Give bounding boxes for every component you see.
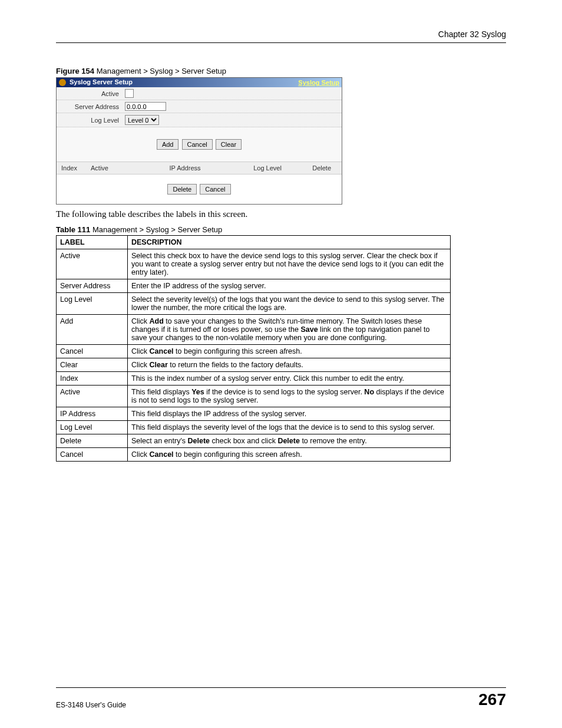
- row-description: Click Clear to return the fields to the …: [128, 358, 451, 372]
- row-description: Click Add to save your changes to the Sw…: [128, 315, 451, 345]
- figure-caption-text: Management > Syslog > Server Setup: [97, 67, 226, 75]
- row-description: Select this check box to have the device…: [128, 249, 451, 279]
- server-list-header: Index Active IP Address Log Level Delete: [57, 162, 342, 174]
- table-row: Log LevelThis field displays the severit…: [57, 421, 451, 434]
- row-label: Index: [57, 372, 128, 386]
- row-label: Clear: [57, 358, 128, 372]
- row-description: This is the index number of a syslog ser…: [128, 372, 451, 386]
- th-description: DESCRIPTION: [128, 236, 451, 249]
- orb-icon: [59, 79, 66, 86]
- table-row: IndexThis is the index number of a syslo…: [57, 372, 451, 386]
- table-caption-number: Table 111: [56, 225, 92, 234]
- table-row: AddClick Add to save your changes to the…: [57, 315, 451, 345]
- table-row: CancelClick Cancel to begin configuring …: [57, 448, 451, 462]
- description-table: LABEL DESCRIPTION ActiveSelect this chec…: [56, 235, 451, 462]
- table-row: ClearClick Clear to return the fields to…: [57, 358, 451, 372]
- row-label: IP Address: [57, 407, 128, 421]
- log-level-label: Log Level: [60, 117, 125, 124]
- cancel-button[interactable]: Cancel: [182, 139, 213, 150]
- syslog-setup-link[interactable]: Syslog Setup: [298, 79, 339, 86]
- server-address-label: Server Address: [60, 103, 125, 110]
- figure-caption-number: Figure 154: [56, 67, 97, 75]
- screenshot-titlebar: Syslog Server Setup Syslog Setup: [57, 78, 342, 87]
- th-label: LABEL: [57, 236, 128, 249]
- table-row: ActiveSelect this check box to have the …: [57, 249, 451, 279]
- row-label: Active: [57, 249, 128, 279]
- row-label: Add: [57, 315, 128, 345]
- col-log: Log Level: [238, 164, 297, 172]
- table-row: Server AddressEnter the IP address of th…: [57, 279, 451, 293]
- screenshot-figure: Syslog Server Setup Syslog Setup Active …: [56, 77, 342, 205]
- row-label: Cancel: [57, 448, 128, 462]
- row-description: Click Cancel to begin configuring this s…: [128, 448, 451, 462]
- col-delete: Delete: [297, 164, 337, 172]
- footer-guide: ES-3148 User's Guide: [56, 701, 126, 709]
- row-label: Cancel: [57, 345, 128, 358]
- table-caption-text: Management > Syslog > Server Setup: [92, 225, 222, 234]
- screenshot-title: Syslog Server Setup: [70, 78, 133, 85]
- page-footer: ES-3148 User's Guide 267: [56, 687, 506, 709]
- row-label: Delete: [57, 434, 128, 448]
- row-description: This field displays the severity level o…: [128, 421, 451, 434]
- active-checkbox[interactable]: [125, 89, 134, 98]
- col-active: Active: [91, 164, 132, 172]
- delete-button[interactable]: Delete: [167, 184, 197, 195]
- row-description: This field displays the IP address of th…: [128, 407, 451, 421]
- row-description: Click Cancel to begin configuring this s…: [128, 345, 451, 358]
- log-level-select[interactable]: Level 0: [125, 115, 159, 125]
- row-label: Active: [57, 386, 128, 407]
- col-ip: IP Address: [132, 164, 238, 172]
- table-row: ActiveThis field displays Yes if the dev…: [57, 386, 451, 407]
- table-row: DeleteSelect an entry's Delete check box…: [57, 434, 451, 448]
- row-label: Server Address: [57, 279, 128, 293]
- table-row: Log LevelSelect the severity level(s) of…: [57, 293, 451, 315]
- active-label: Active: [60, 90, 125, 97]
- row-description: Select an entry's Delete check box and c…: [128, 434, 451, 448]
- table-caption: Table 111 Management > Syslog > Server S…: [56, 225, 506, 234]
- chapter-header: Chapter 32 Syslog: [56, 29, 506, 43]
- cancel-button-2[interactable]: Cancel: [200, 184, 230, 195]
- clear-button[interactable]: Clear: [216, 139, 242, 150]
- row-description: Enter the IP address of the syslog serve…: [128, 279, 451, 293]
- row-description: Select the severity level(s) of the logs…: [128, 293, 451, 315]
- figure-caption: Figure 154 Management > Syslog > Server …: [56, 67, 506, 75]
- table-row: CancelClick Cancel to begin configuring …: [57, 345, 451, 358]
- row-label: Log Level: [57, 293, 128, 315]
- row-description: This field displays Yes if the device is…: [128, 386, 451, 407]
- server-address-input[interactable]: [125, 102, 166, 111]
- body-text: The following table describes the labels…: [56, 209, 506, 219]
- col-index: Index: [61, 164, 91, 172]
- row-label: Log Level: [57, 421, 128, 434]
- table-row: IP AddressThis field displays the IP add…: [57, 407, 451, 421]
- page-number: 267: [478, 690, 506, 709]
- add-button[interactable]: Add: [157, 139, 179, 150]
